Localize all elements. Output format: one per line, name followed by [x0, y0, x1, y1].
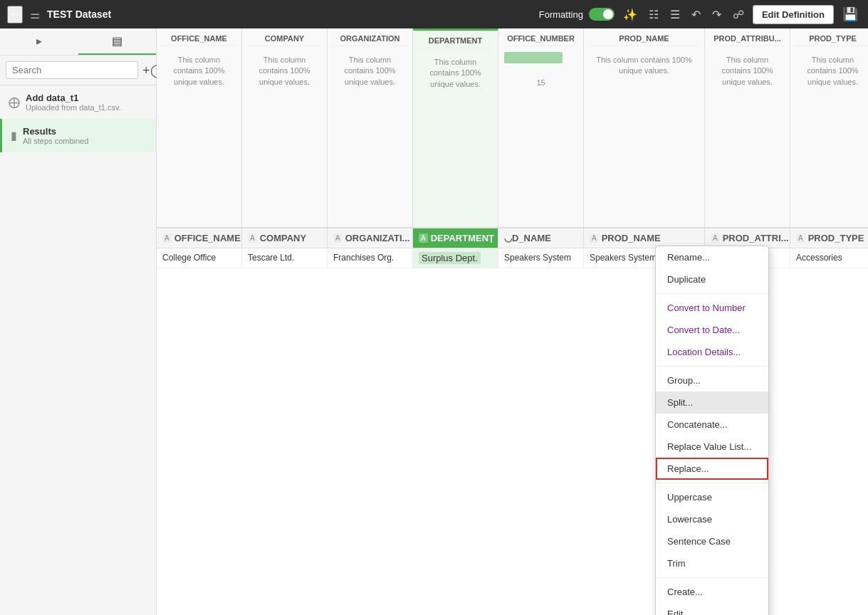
- sidebar-item-results[interactable]: ▮ Results All steps combined: [0, 119, 156, 152]
- card-text-department: This column contains 100% unique values.: [419, 57, 492, 90]
- list-button[interactable]: ☰: [667, 5, 683, 24]
- col-label-prod-name: PROD_NAME: [602, 233, 661, 243]
- bar-office-number: [504, 52, 563, 63]
- save-button[interactable]: 💾: [840, 4, 861, 25]
- menu-item-convert-date[interactable]: Convert to Date...: [656, 319, 768, 341]
- col-label-prod-attri: PROD_ATTRI...: [723, 233, 789, 243]
- cell-organization: Franchises Org.: [328, 248, 413, 268]
- menu-item-group[interactable]: Group...: [656, 369, 768, 391]
- col-label-department: DEPARTMENT: [431, 233, 494, 243]
- context-menu: Rename... Duplicate Convert to Number Co…: [655, 246, 769, 615]
- menu-item-duplicate[interactable]: Duplicate: [656, 268, 768, 290]
- menu-divider-1: [656, 293, 768, 294]
- edit-definition-button[interactable]: Edit Definition: [753, 5, 834, 24]
- menu-item-convert-number[interactable]: Convert to Number: [656, 297, 768, 319]
- formatting-toggle[interactable]: [589, 8, 615, 21]
- menu-divider-4: [656, 577, 768, 578]
- col-header-prod-attri[interactable]: A PROD_ATTRI...: [705, 228, 790, 248]
- magic-wand-button[interactable]: ✨: [620, 5, 640, 24]
- col-label-prod-type: PROD_TYPE: [808, 233, 864, 243]
- card-prod-type: PROD_TYPE This column contains 100% uniq…: [790, 28, 868, 227]
- results-title: Results: [23, 126, 88, 137]
- main-layout: ▸ ▤ +◯ ⨁ Add data_t1 Uploaded from data_…: [0, 28, 868, 615]
- column-menu-button[interactable]: ⋮: [486, 233, 496, 244]
- card-text-prod-attribu: This column contains 100% unique values.: [711, 55, 784, 88]
- col-label-company: COMPANY: [260, 233, 306, 243]
- col-header-organization[interactable]: A ORGANIZATI...: [328, 228, 413, 248]
- topbar: ← ⚌ TEST Dataset Formatting ✨ ☷ ☰ ↶ ↷ ☍ …: [0, 0, 868, 28]
- cell-office-name: College Office: [157, 248, 242, 268]
- card-text-organization: This column contains 100% unique values.: [333, 55, 407, 88]
- card-text-company: This column contains 100% unique values.: [248, 55, 321, 88]
- content-area: OFFICE_NAME This column contains 100% un…: [157, 28, 868, 615]
- menu-item-split[interactable]: Split...: [656, 391, 768, 414]
- col-label-organization: ORGANIZATI...: [345, 233, 410, 243]
- menu-item-location-details[interactable]: Location Details...: [656, 341, 768, 363]
- back-button[interactable]: ←: [7, 6, 23, 23]
- page-title: TEST Dataset: [47, 9, 532, 20]
- redo-button[interactable]: ↷: [709, 5, 724, 24]
- card-header-organization: ORGANIZATION: [333, 34, 407, 46]
- add-data-icon: ⨁: [9, 95, 20, 109]
- menu-item-replace-value-list[interactable]: Replace Value List...: [656, 436, 768, 458]
- bar-container-office-number: [504, 52, 577, 66]
- menu-item-trim[interactable]: Trim: [656, 552, 768, 574]
- type-badge-prod-type: A: [796, 233, 805, 243]
- cell-company: Tescare Ltd.: [242, 248, 328, 268]
- menu-item-lowercase[interactable]: Lowercase: [656, 508, 768, 530]
- menu-item-rename[interactable]: Rename...: [656, 246, 768, 268]
- menu-item-uppercase[interactable]: Uppercase: [656, 486, 768, 508]
- card-header-office-number: OFFICE_NUMBER: [504, 34, 577, 46]
- sidebar-item-add-data[interactable]: ⨁ Add data_t1 Uploaded from data_t1.csv.: [0, 85, 156, 119]
- col-header-prod-name[interactable]: A PROD_NAME: [584, 228, 705, 248]
- undo-button[interactable]: ↶: [689, 5, 704, 24]
- topbar-actions: Formatting ✨ ☷ ☰ ↶ ↷ ☍ Edit Definition 💾: [539, 4, 861, 25]
- card-text-office-name: This column contains 100% unique values.: [162, 55, 236, 88]
- card-text-office-number: 15: [504, 78, 577, 88]
- col-header-department[interactable]: A DEPARTMENT ⋮: [413, 228, 498, 248]
- type-badge-office-name: A: [162, 233, 172, 243]
- card-header-office-name: OFFICE_NAME: [162, 34, 236, 46]
- tab-steps[interactable]: ▤: [78, 28, 157, 55]
- sidebar-tabs: ▸ ▤: [0, 28, 156, 56]
- search-input[interactable]: [6, 61, 138, 79]
- card-header-prod-name: PROD_NAME: [590, 34, 699, 46]
- grid-button[interactable]: ☷: [646, 5, 662, 24]
- card-prod-attribu: PROD_ATTRIBU... This column contains 100…: [705, 28, 790, 227]
- col-label-office-number: ◡D_NAME: [504, 233, 551, 243]
- type-badge-prod-attri: A: [711, 233, 720, 243]
- card-text-prod-type: This column contains 100% unique values.: [796, 55, 868, 88]
- grid-area: OFFICE_NAME This column contains 100% un…: [157, 28, 868, 615]
- menu-item-replace[interactable]: Replace...: [656, 458, 768, 480]
- cell-office-number: Speakers System: [498, 248, 584, 268]
- active-cell-value: Surplus Dept.: [419, 252, 481, 264]
- menu-item-sentence-case[interactable]: Sentence Case: [656, 530, 768, 552]
- card-prod-name: PROD_NAME This column contains 100% uniq…: [584, 28, 705, 227]
- col-header-prod-type[interactable]: A PROD_TYPE: [790, 228, 868, 248]
- menu-item-edit[interactable]: Edit...: [656, 603, 768, 615]
- menu-item-concatenate[interactable]: Concatenate...: [656, 414, 768, 436]
- cell-department: Surplus Dept.: [413, 248, 498, 268]
- card-header-prod-type: PROD_TYPE: [796, 34, 868, 46]
- card-organization: ORGANIZATION This column contains 100% u…: [328, 28, 413, 227]
- card-office-number: OFFICE_NUMBER 15: [498, 28, 584, 227]
- type-badge-organization: A: [333, 233, 343, 243]
- menu-item-create[interactable]: Create...: [656, 581, 768, 603]
- col-label-office-name: OFFICE_NAME: [174, 233, 241, 243]
- card-office-name: OFFICE_NAME This column contains 100% un…: [157, 28, 242, 227]
- cards-row: OFFICE_NAME This column contains 100% un…: [157, 28, 868, 228]
- tab-data[interactable]: ▸: [0, 28, 78, 55]
- card-header-prod-attribu: PROD_ATTRIBU...: [711, 34, 784, 46]
- col-header-company[interactable]: A COMPANY: [242, 228, 328, 248]
- menu-divider-3: [656, 483, 768, 483]
- formatting-label: Formatting: [539, 9, 583, 20]
- preview-button[interactable]: ☍: [730, 5, 747, 24]
- card-company: COMPANY This column contains 100% unique…: [242, 28, 328, 227]
- col-header-office-number[interactable]: ◡D_NAME: [498, 228, 584, 248]
- card-text-prod-name: This column contains 100% unique values.: [590, 55, 699, 77]
- type-badge-department: A: [419, 233, 428, 243]
- card-department: DEPARTMENT This column contains 100% uni…: [413, 28, 498, 227]
- col-header-office-name[interactable]: A OFFICE_NAME: [157, 228, 242, 248]
- type-badge-prod-name: A: [590, 233, 599, 243]
- dataset-icon: ⚌: [30, 8, 40, 21]
